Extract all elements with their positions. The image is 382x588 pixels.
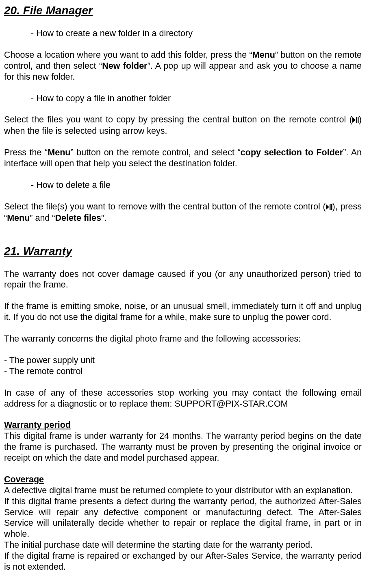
warranty-p1: The warranty does not cover damage cause… (4, 269, 362, 291)
warranty-p2: If the frame is emitting smoke, noise, o… (4, 301, 362, 323)
warranty-accessories-intro: The warranty concerns the digital photo … (4, 333, 362, 344)
coverage-p3: The initial purchase date will determine… (4, 540, 362, 551)
menu-label: Menu (252, 50, 275, 60)
warranty-contact: In case of any of these accessories stop… (4, 388, 362, 409)
warranty-period-heading: Warranty period (4, 420, 362, 431)
coverage-heading: Coverage (4, 474, 362, 485)
svg-rect-4 (330, 204, 331, 210)
coverage-p1: A defective digital frame must be return… (4, 485, 362, 496)
text: Choose a location where you want to add … (4, 50, 252, 60)
menu-label: Menu (48, 148, 70, 157)
menu-label: Menu (7, 213, 30, 223)
subheading-create-folder: - How to create a new folder in a direct… (31, 28, 362, 39)
text: ” button on the remote control, and sele… (70, 148, 240, 157)
text: ”. (101, 213, 106, 223)
play-pause-icon (326, 202, 332, 213)
accessory-remote-control: - The remote control (4, 366, 362, 377)
play-pause-icon (352, 115, 359, 126)
delete-files-label: Delete files (55, 213, 101, 223)
document-page: 20. File Manager - How to create a new f… (0, 0, 382, 581)
coverage-p2: If this digital frame presents a defect … (4, 496, 362, 540)
text: ” and “ (30, 213, 55, 223)
subheading-copy-file: - How to copy a file in another folder (31, 93, 362, 104)
section-20-title: 20. File Manager (4, 3, 362, 17)
coverage-p4: If the digital frame is repaired or exch… (4, 551, 362, 573)
svg-rect-1 (356, 117, 357, 123)
svg-marker-0 (352, 117, 356, 123)
section-21-title: 21. Warranty (4, 244, 362, 258)
subheading-delete-file: - How to delete a file (31, 180, 362, 191)
accessory-power-supply: - The power supply unit (4, 355, 362, 366)
paragraph-select-files: Select the files you want to copy by pre… (4, 114, 362, 137)
paragraph-create-folder: Choose a location where you want to add … (4, 50, 362, 83)
text: Select the file(s) you want to remove wi… (4, 202, 326, 211)
new-folder-label: New folder (102, 61, 147, 71)
paragraph-copy-selection: Press the “Menu” button on the remote co… (4, 147, 362, 169)
text: Press the “ (4, 148, 48, 157)
copy-selection-label: copy selection to Folder (241, 148, 343, 157)
svg-marker-3 (326, 204, 329, 210)
paragraph-delete-file: Select the file(s) you want to remove wi… (4, 201, 362, 224)
warranty-period-text: This digital frame is under warranty for… (4, 431, 362, 464)
text: Select the files you want to copy by pre… (4, 115, 352, 124)
